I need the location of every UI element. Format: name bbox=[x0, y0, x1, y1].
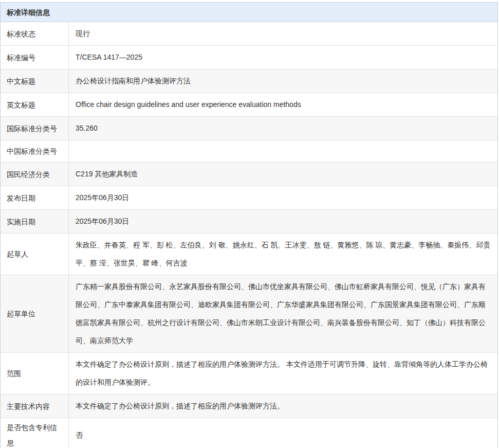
field-label: 起草人 bbox=[1, 234, 69, 275]
standard-detail-table: 标准详细信息 标准状态 现行 标准编号 T/CESA 1417—2025 中文标… bbox=[0, 2, 498, 448]
row-drafting-organizations: 起草单位 广东精一家具股份有限公司、永艺家具股份有限公司、佛山市优坐家具有限公司… bbox=[1, 275, 497, 353]
row-implement-date: 实施日期 2025年06月30日 bbox=[1, 210, 497, 234]
field-label: 发布日期 bbox=[1, 186, 69, 209]
row-scope: 范围 本文件确定了办公椅设计原则，描述了相应的用户体验测评方法。 本文件适用于可… bbox=[1, 353, 497, 395]
row-standard-status: 标准状态 现行 bbox=[1, 22, 497, 46]
field-label: 标准编号 bbox=[1, 46, 69, 69]
field-label: 中文标题 bbox=[1, 69, 69, 93]
field-value: Office chair design guidelines and user … bbox=[69, 93, 497, 116]
field-label: 英文标题 bbox=[1, 93, 69, 116]
field-value: 广东精一家具股份有限公司、永艺家具股份有限公司、佛山市优坐家具有限公司、佛山市虹… bbox=[69, 275, 497, 352]
field-label: 实施日期 bbox=[1, 210, 69, 233]
field-value: 2025年06月30日 bbox=[69, 186, 497, 209]
field-value: T/CESA 1417—2025 bbox=[69, 46, 497, 69]
field-value: 否 bbox=[69, 418, 497, 448]
row-patent-info: 是否包含专利信息 否 bbox=[1, 418, 497, 448]
row-main-technical-content: 主要技术内容 本文件确定了办公椅设计原则，描述了相应的用户体验测评方法。 bbox=[1, 395, 497, 418]
row-national-economy-classification: 国民经济分类 C219 其他家具制造 bbox=[1, 163, 497, 186]
row-drafters: 起草人 朱政臣、井春英、程 军、彭 松、左伯良、刘 敬、姚永红、石 凯、王冰雯、… bbox=[1, 234, 497, 275]
field-label: 范围 bbox=[1, 353, 69, 394]
field-label: 标准状态 bbox=[1, 22, 69, 45]
field-value: 35.260 bbox=[69, 117, 497, 140]
page-title: 标准详细信息 bbox=[1, 3, 497, 22]
row-ics-code: 国际标准分类号 35.260 bbox=[1, 117, 497, 140]
row-chinese-title: 中文标题 办公椅设计指南和用户体验测评方法 bbox=[1, 69, 497, 93]
field-value: 办公椅设计指南和用户体验测评方法 bbox=[69, 69, 497, 93]
row-publish-date: 发布日期 2025年06月30日 bbox=[1, 186, 497, 210]
field-label: 起草单位 bbox=[1, 275, 69, 352]
row-standard-number: 标准编号 T/CESA 1417—2025 bbox=[1, 46, 497, 69]
row-english-title: 英文标题 Office chair design guidelines and … bbox=[1, 93, 497, 117]
field-value: 本文件确定了办公椅设计原则，描述了相应的用户体验测评方法。 本文件适用于可调节升… bbox=[69, 353, 497, 394]
field-value: 现行 bbox=[69, 22, 497, 45]
field-value: 本文件确定了办公椅设计原则，描述了相应的用户体验测评方法。 bbox=[69, 395, 497, 418]
field-label: 国民经济分类 bbox=[1, 163, 69, 186]
field-label: 中国标准分类号 bbox=[1, 140, 69, 162]
field-value: 2025年06月30日 bbox=[69, 210, 497, 233]
field-value bbox=[69, 140, 497, 162]
field-value: 朱政臣、井春英、程 军、彭 松、左伯良、刘 敬、姚永红、石 凯、王冰雯、敖 链、… bbox=[69, 234, 497, 275]
field-label: 主要技术内容 bbox=[1, 395, 69, 418]
field-label: 是否包含专利信息 bbox=[1, 418, 69, 448]
field-label: 国际标准分类号 bbox=[1, 117, 69, 140]
row-ccs-code: 中国标准分类号 bbox=[1, 140, 497, 163]
field-value: C219 其他家具制造 bbox=[69, 163, 497, 186]
